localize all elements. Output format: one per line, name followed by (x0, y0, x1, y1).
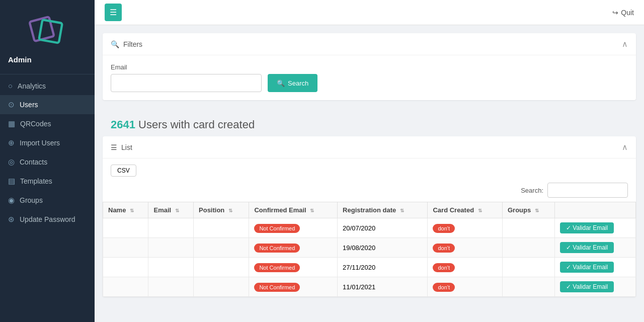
cell-confirmed-email: Not Confirmed (249, 277, 338, 297)
cell-groups (502, 218, 554, 238)
cell-card-created: don't (428, 277, 503, 297)
not-confirmed-badge: Not Confirmed (254, 283, 300, 292)
sidebar-item-groups[interactable]: ◉ Groups (0, 191, 95, 210)
filters-header: 🔍 Filters ∧ (103, 33, 636, 55)
cell-confirmed-email: Not Confirmed (249, 258, 338, 277)
sidebar-item-analytics[interactable]: ○ Analytics (0, 76, 95, 95)
cell-position (194, 218, 249, 238)
table-header-row: Name ⇅ Email ⇅ Position ⇅ (103, 202, 636, 218)
list-title: ☰ List (111, 143, 132, 151)
cell-action: ✓ Validar Email (555, 238, 636, 258)
col-registration-date: Registration date ⇅ (338, 202, 428, 218)
sort-groups-icon[interactable]: ⇅ (535, 208, 539, 213)
cell-email (148, 218, 194, 238)
content-area: 🔍 Filters ∧ Email 🔍 Search 2641 Users (95, 25, 644, 322)
sort-email-icon[interactable]: ⇅ (175, 208, 179, 213)
sidebar-item-update-password[interactable]: ⊛ Update Password (0, 210, 95, 229)
cell-email (148, 277, 194, 297)
cell-action: ✓ Validar Email (555, 258, 636, 277)
logo-area (0, 0, 95, 55)
cell-card-created: don't (428, 218, 503, 238)
list-section-header: ☰ List ∧ (103, 136, 636, 158)
quit-label: Quit (621, 9, 634, 17)
validar-email-button[interactable]: ✓ Validar Email (560, 222, 614, 233)
search-button[interactable]: 🔍 Search (268, 74, 317, 92)
table-row: Not Confirmed 19/08/2020 don't ✓ Validar… (103, 238, 636, 258)
table-search-label: Search: (521, 187, 543, 194)
sort-card-icon[interactable]: ⇅ (478, 208, 482, 213)
list-icon: ☰ (111, 143, 117, 151)
groups-icon: ◉ (8, 196, 15, 205)
main-content: ☰ ↪ Quit 🔍 Filters ∧ Email 🔍 (95, 0, 644, 322)
cell-position (194, 277, 249, 297)
email-filter-input[interactable] (111, 74, 262, 92)
list-card: ☰ List ∧ CSV Search: Name (103, 136, 636, 297)
filters-card: 🔍 Filters ∧ Email 🔍 Search (103, 33, 636, 100)
filter-icon: 🔍 (111, 40, 119, 48)
col-confirmed-email: Confirmed Email ⇅ (249, 202, 338, 218)
validar-email-button[interactable]: ✓ Validar Email (560, 242, 614, 253)
cell-email (148, 258, 194, 277)
table-wrapper: Name ⇅ Email ⇅ Position ⇅ (103, 202, 636, 297)
sidebar: Admin ○ Analytics ⊙ Users ▦ QRCodes ⊕ Im… (0, 0, 95, 322)
cell-registration-date: 20/07/2020 (338, 218, 428, 238)
sidebar-item-label: Analytics (18, 82, 46, 90)
table-body: Not Confirmed 20/07/2020 don't ✓ Validar… (103, 218, 636, 297)
cell-groups (502, 277, 554, 297)
admin-label: Admin (0, 55, 95, 72)
cell-confirmed-email: Not Confirmed (249, 218, 338, 238)
sort-reg-date-icon[interactable]: ⇅ (400, 208, 404, 213)
sidebar-item-label: QRCodes (20, 120, 51, 128)
cell-card-created: don't (428, 238, 503, 258)
cell-confirmed-email: Not Confirmed (249, 238, 338, 258)
sidebar-item-label: Users (20, 101, 38, 109)
cell-registration-date: 27/11/2020 (338, 258, 428, 277)
sidebar-item-users[interactable]: ⊙ Users (0, 95, 95, 114)
cell-name (103, 258, 148, 277)
cell-position (194, 258, 249, 277)
table-search-input[interactable] (547, 183, 628, 198)
search-icon: 🔍 (277, 79, 285, 87)
list-collapse-button[interactable]: ∧ (622, 142, 628, 152)
cell-registration-date: 11/01/2021 (338, 277, 428, 297)
contacts-icon: ◎ (8, 157, 15, 167)
hamburger-button[interactable]: ☰ (105, 4, 122, 21)
validar-email-button[interactable]: ✓ Validar Email (560, 262, 614, 273)
col-email: Email ⇅ (148, 202, 194, 218)
dont-badge: don't (433, 283, 455, 292)
sidebar-item-label: Import Users (20, 139, 60, 147)
col-name: Name ⇅ (103, 202, 148, 218)
sort-confirmed-icon[interactable]: ⇅ (310, 208, 314, 213)
filters-body: Email 🔍 Search (103, 55, 636, 100)
validar-email-button[interactable]: ✓ Validar Email (560, 281, 614, 292)
table-row: Not Confirmed 20/07/2020 don't ✓ Validar… (103, 218, 636, 238)
col-action (555, 202, 636, 218)
sort-name-icon[interactable]: ⇅ (130, 208, 134, 213)
quit-icon: ↪ (612, 9, 618, 17)
dont-badge: don't (433, 224, 455, 233)
col-position: Position ⇅ (194, 202, 249, 218)
sort-position-icon[interactable]: ⇅ (228, 208, 232, 213)
sidebar-item-import-users[interactable]: ⊕ Import Users (0, 133, 95, 152)
sidebar-item-contacts[interactable]: ◎ Contacts (0, 152, 95, 172)
sidebar-item-label: Templates (20, 177, 52, 185)
sidebar-item-label: Groups (20, 196, 43, 204)
quit-button[interactable]: ↪ Quit (612, 9, 634, 17)
templates-icon: ▤ (8, 177, 15, 186)
cell-groups (502, 258, 554, 277)
analytics-icon: ○ (8, 82, 13, 90)
sidebar-item-label: Contacts (20, 158, 47, 166)
csv-button[interactable]: CSV (111, 165, 136, 177)
sidebar-item-qrcodes[interactable]: ▦ QRCodes (0, 114, 95, 133)
filter-row: 🔍 Search (111, 74, 628, 92)
users-count: 2641 (111, 118, 135, 131)
topbar: ☰ ↪ Quit (95, 0, 644, 25)
cell-action: ✓ Validar Email (555, 218, 636, 238)
cell-email (148, 238, 194, 258)
sidebar-item-templates[interactable]: ▤ Templates (0, 172, 95, 191)
filters-title: 🔍 Filters (111, 40, 142, 48)
dont-badge: don't (433, 244, 455, 253)
sidebar-item-label: Update Password (20, 215, 75, 223)
filters-collapse-button[interactable]: ∧ (622, 39, 628, 49)
cell-position (194, 238, 249, 258)
